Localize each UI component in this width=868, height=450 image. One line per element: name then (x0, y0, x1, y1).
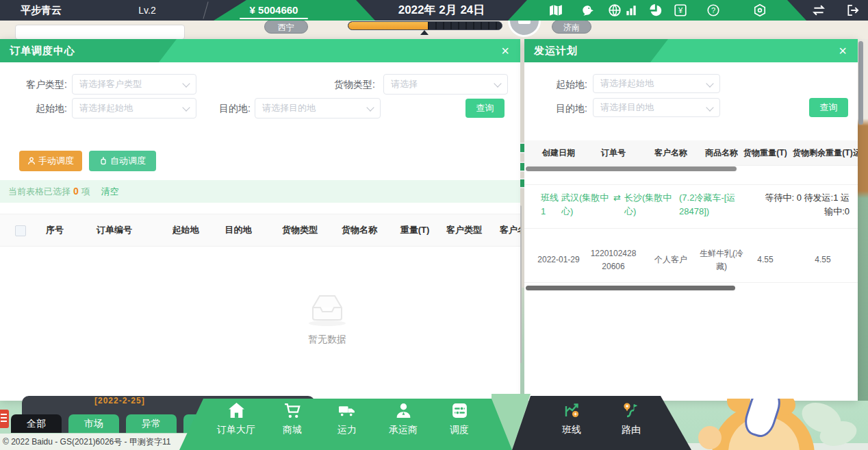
route-destination: 长沙(集散中心) (624, 191, 676, 218)
divider (524, 184, 858, 185)
bird-icon[interactable] (580, 3, 594, 17)
empty-state: 暂无数据 (305, 290, 349, 346)
selection-prefix: 当前表格已选择 (8, 186, 71, 197)
tab-market[interactable]: 市场 (68, 414, 119, 433)
close-icon[interactable]: × (839, 39, 847, 62)
pie-chart-icon[interactable] (649, 3, 663, 17)
route-type-label: 班线 (541, 192, 559, 203)
column-header: 客户名称 (500, 214, 520, 246)
horizontal-scrollbar[interactable] (526, 166, 737, 171)
origin-placeholder: 请选择起始地 (593, 75, 719, 92)
clear-selection-link[interactable]: 清空 (101, 186, 119, 197)
vertical-scrollbar[interactable] (858, 41, 863, 125)
currency-icon[interactable]: ¥ (674, 3, 687, 17)
horizontal-scrollbar[interactable] (526, 286, 735, 290)
truck-icon (338, 401, 357, 420)
column-header: 创建日期 (542, 140, 575, 165)
route-group-header[interactable]: 班线1 武汉(集散中心) ⇄ 长沙(集散中心) (7.2冷藏车-[运28478]… (541, 191, 850, 218)
shipping-table-row[interactable]: 2022-01-29 122010242820606 个人客户 生鲜牛乳(冷藏)… (524, 238, 858, 283)
settings-icon[interactable] (753, 3, 767, 17)
city-label-xining: 西宁 (264, 20, 308, 34)
cell-order-no: 122010242820606 (589, 247, 637, 273)
select-all-checkbox[interactable] (15, 225, 26, 236)
destination-placeholder: 请选择目的地 (593, 99, 719, 116)
shipping-panel-header: 发运计划 × (524, 39, 858, 62)
route-pin-icon (622, 401, 640, 419)
close-icon[interactable]: × (501, 39, 509, 62)
route-vehicle: (7.2冷藏车-[运28478]) (679, 191, 738, 218)
dispatch-sliders-icon (450, 401, 469, 420)
customer-type-label: 客户类型: (12, 74, 67, 95)
shipping-table-header: 创建日期 订单号 客户名称 商品名称 货物重量(T) 货物剩余重量(T) 运输 (524, 140, 858, 166)
customer-type-select[interactable]: 请选择客户类型 (72, 74, 196, 95)
column-header: 序号 (46, 214, 64, 246)
app-canvas: 西宁 济南 订单调度中心 × 客户类型: 请选择客户类型 货物类型: 请选择 起… (0, 0, 868, 450)
nav-carrier[interactable]: 承运商 (376, 401, 431, 436)
map-search-box (15, 25, 185, 40)
tab-anomaly[interactable]: 异常 (126, 414, 177, 433)
origin-select[interactable]: 请选择起始地 (593, 74, 720, 93)
logout-icon[interactable] (846, 3, 860, 17)
empty-inbox-icon (305, 290, 349, 327)
city-label-jinan: 济南 (552, 20, 591, 34)
map-icon[interactable] (549, 3, 563, 17)
dispatch-table-header: 序号 订单编号 起始地 目的地 货物类型 货物名称 重量(T) 客户类型 客户名… (0, 214, 520, 247)
nav-label: 订单大厅 (209, 424, 264, 436)
cargo-type-select[interactable]: 请选择 (383, 74, 508, 95)
nav-lines[interactable]: 班线 (548, 401, 596, 436)
help-icon[interactable]: ? (706, 3, 720, 17)
column-header: 货物名称 (342, 214, 377, 246)
destination-label: 目的地: (199, 98, 251, 118)
list-chip-icon[interactable] (0, 410, 9, 428)
auto-dispatch-button[interactable]: 自动调度 (89, 151, 156, 171)
nav-label: 路由 (607, 424, 655, 436)
cell-product: 生鲜牛乳(冷藏) (698, 247, 745, 273)
nav-dispatch[interactable]: 调度 (432, 401, 487, 436)
nav-label: 调度 (432, 424, 487, 436)
progress-ticks (428, 22, 502, 29)
column-header: 货物重量(T) (743, 140, 787, 165)
destination-select[interactable]: 请选择目的地 (593, 98, 720, 117)
manual-dispatch-button[interactable]: 手动调度 (19, 151, 82, 171)
nav-label: 商城 (265, 424, 320, 436)
bar-chart-icon[interactable] (624, 3, 638, 17)
origin-select[interactable]: 请选择起始地 (72, 98, 196, 118)
origin-placeholder: 请选择起始地 (73, 99, 196, 118)
progress-bar (348, 21, 502, 30)
tab-all[interactable]: 全部 (11, 414, 62, 433)
route-origin: 武汉(集散中心) (561, 191, 613, 218)
balance-underline (240, 18, 308, 19)
app-title: 平步青云 (21, 0, 62, 21)
dispatch-center-panel: 订单调度中心 × 客户类型: 请选择客户类型 货物类型: 请选择 起始地: 请选… (0, 39, 520, 401)
destination-select[interactable]: 请选择目的地 (255, 98, 381, 118)
selection-suffix: 项 (81, 186, 90, 197)
nav-mall[interactable]: 商城 (265, 401, 320, 436)
destination-placeholder: 请选择目的地 (255, 99, 380, 118)
cell-remaining-weight: 4.55 (806, 253, 840, 266)
overlay-date-text: [2022-2-25] (94, 396, 145, 405)
empty-text: 暂无数据 (305, 334, 349, 346)
nav-order-hall[interactable]: 订单大厅 (209, 401, 264, 436)
svg-text:?: ? (711, 6, 715, 14)
map-illustration (693, 399, 868, 450)
level-badge: Lv.2 (130, 0, 164, 21)
route-line-number: 1 (541, 206, 546, 216)
column-header: 目的地 (225, 214, 252, 246)
manual-dispatch-label: 手动调度 (38, 155, 74, 166)
bottom-nav: 订单大厅 商城 运力 承运商 调度 (179, 399, 512, 450)
swap-icon[interactable] (811, 3, 825, 17)
globe-icon[interactable] (608, 3, 622, 17)
column-header: 客户类型 (446, 214, 482, 246)
cell-weight: 4.55 (748, 253, 782, 266)
query-button[interactable]: 查询 (809, 98, 848, 117)
bottom-right-nav: 班线 路由 (512, 396, 691, 450)
nav-capacity[interactable]: 运力 (320, 401, 374, 436)
progress-notch (420, 30, 429, 35)
column-header: 订单编号 (97, 214, 132, 246)
cell-customer: 个人客户 (645, 253, 697, 266)
column-header: 订单号 (601, 140, 626, 165)
selection-count: 0 (73, 186, 79, 197)
query-button[interactable]: 查询 (465, 99, 505, 118)
nav-route[interactable]: 路由 (607, 401, 655, 436)
cargo-type-placeholder: 请选择 (384, 75, 507, 94)
